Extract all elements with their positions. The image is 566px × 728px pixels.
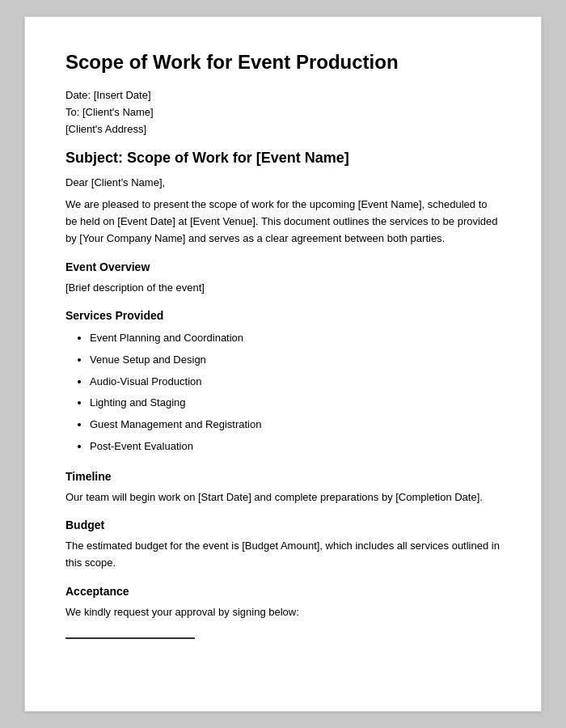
timeline-heading: Timeline xyxy=(65,470,501,483)
subject-heading: Subject: Scope of Work for [Event Name] xyxy=(65,150,501,167)
services-provided-section: Services Provided Event Planning and Coo… xyxy=(65,309,501,456)
signature-line xyxy=(65,637,195,639)
event-overview-section: Event Overview [Brief description of the… xyxy=(65,260,501,297)
services-list: Event Planning and Coordination Venue Se… xyxy=(65,328,501,456)
event-overview-content: [Brief description of the event] xyxy=(65,280,501,297)
list-item: Guest Management and Registration xyxy=(90,415,501,435)
event-overview-heading: Event Overview xyxy=(65,260,501,273)
list-item: Event Planning and Coordination xyxy=(90,328,501,349)
list-item: Lighting and Staging xyxy=(90,393,501,413)
list-item: Post-Event Evaluation xyxy=(90,437,501,457)
budget-section: Budget The estimated budget for the even… xyxy=(65,518,501,572)
intro-paragraph: We are pleased to present the scope of w… xyxy=(65,197,501,247)
to-line: To: [Client's Name] xyxy=(65,106,501,118)
document-container: Scope of Work for Event Production Date:… xyxy=(24,16,542,712)
address-line: [Client's Address] xyxy=(65,123,501,135)
list-item: Venue Setup and Design xyxy=(90,350,501,370)
timeline-content: Our team will begin work on [Start Date]… xyxy=(65,489,501,506)
budget-heading: Budget xyxy=(65,518,501,531)
timeline-section: Timeline Our team will begin work on [St… xyxy=(65,470,501,506)
date-line: Date: [Insert Date] xyxy=(65,89,501,101)
acceptance-content: We kindly request your approval by signi… xyxy=(65,604,501,621)
acceptance-heading: Acceptance xyxy=(65,585,501,598)
budget-content: The estimated budget for the event is [B… xyxy=(65,538,501,572)
meta-block: Date: [Insert Date] To: [Client's Name] … xyxy=(65,89,501,135)
salutation: Dear [Client's Name], xyxy=(65,176,501,188)
list-item: Audio-Visual Production xyxy=(90,372,501,392)
document-title: Scope of Work for Event Production xyxy=(65,49,501,74)
services-provided-heading: Services Provided xyxy=(65,309,501,322)
acceptance-section: Acceptance We kindly request your approv… xyxy=(65,585,501,639)
